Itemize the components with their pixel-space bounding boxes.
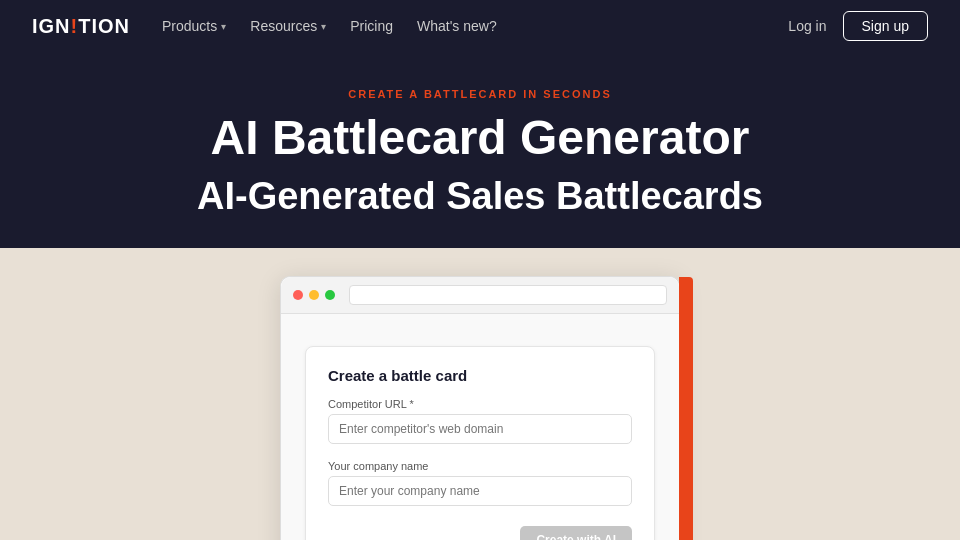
- chevron-down-icon: ▾: [221, 21, 226, 32]
- logo-text: IGN!TION: [32, 15, 130, 38]
- nav-products[interactable]: Products ▾: [162, 18, 226, 34]
- browser-url-bar: [349, 285, 667, 305]
- competitor-url-input[interactable]: [328, 414, 632, 444]
- competitor-url-group: Competitor URL *: [328, 398, 632, 456]
- nav-pricing[interactable]: Pricing: [350, 18, 393, 34]
- logo-exclamation: !: [71, 15, 79, 37]
- form-title: Create a battle card: [328, 367, 632, 384]
- hero-tag: CREATE A BATTLECARD IN SECONDS: [20, 88, 940, 100]
- nav-right: Log in Sign up: [788, 11, 928, 41]
- hero-section: CREATE A BATTLECARD IN SECONDS AI Battle…: [0, 52, 960, 248]
- chevron-down-icon: ▾: [321, 21, 326, 32]
- nav-resources[interactable]: Resources ▾: [250, 18, 326, 34]
- browser-dot-yellow: [309, 290, 319, 300]
- logo[interactable]: IGN!TION: [32, 15, 130, 38]
- browser-dot-red: [293, 290, 303, 300]
- browser-mockup: Create a battle card Competitor URL * Yo…: [280, 276, 680, 540]
- hero-heading: AI Battlecard Generator: [20, 112, 940, 165]
- signup-button[interactable]: Sign up: [843, 11, 928, 41]
- nav-links: Products ▾ Resources ▾ Pricing What's ne…: [162, 18, 756, 34]
- create-battlecard-button[interactable]: Create with AI: [520, 526, 632, 540]
- company-name-input[interactable]: [328, 476, 632, 506]
- browser-toolbar: [281, 277, 679, 314]
- login-button[interactable]: Log in: [788, 18, 826, 34]
- navbar: IGN!TION Products ▾ Resources ▾ Pricing …: [0, 0, 960, 52]
- company-name-group: Your company name: [328, 460, 632, 518]
- main-content: Create a battle card Competitor URL * Yo…: [0, 248, 960, 540]
- browser-body: Create a battle card Competitor URL * Yo…: [281, 314, 679, 540]
- company-name-label: Your company name: [328, 460, 632, 472]
- competitor-url-label: Competitor URL *: [328, 398, 632, 410]
- hero-subheading: AI-Generated Sales Battlecards: [20, 175, 940, 219]
- battle-card-form: Create a battle card Competitor URL * Yo…: [305, 346, 655, 540]
- browser-dot-green: [325, 290, 335, 300]
- nav-whatsnew[interactable]: What's new?: [417, 18, 497, 34]
- red-accent-bar: [679, 277, 693, 540]
